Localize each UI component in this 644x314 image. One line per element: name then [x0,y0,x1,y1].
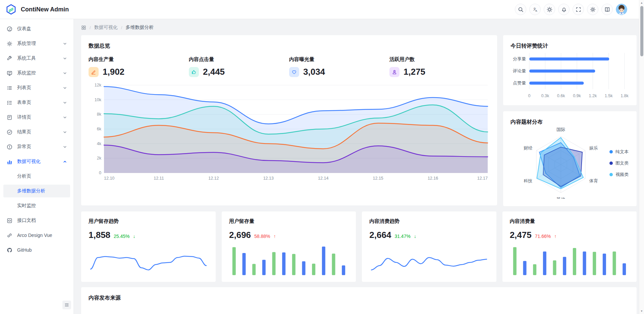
overview-stat: 活跃用户数1,275 [389,56,490,77]
sidebar-collapse-button[interactable] [62,301,71,309]
svg-text:1.5k: 1.5k [605,93,613,98]
kpi-value: 2,664 [369,230,391,240]
stat-label: 内容曝光量 [289,56,389,63]
svg-text:分享量: 分享量 [513,56,526,61]
breadcrumb-separator: / [121,25,122,30]
sidebar-menu: 仪表盘系统管理系统工具系统监控列表页表单页详情页结果页异常页数据可视化分析页多维… [0,19,73,256]
legend-dot-icon [609,173,613,176]
notifications-button[interactable] [558,4,570,15]
sidebar-item-label: Arco Design Vue [17,233,52,238]
stat-label: 活跃用户数 [389,56,490,63]
legend-dot-icon [609,150,613,153]
kpi-title: 内容消费量 [510,218,629,225]
sidebar-item-2[interactable]: 系统工具 [3,52,70,65]
stat-value: 2,445 [203,67,225,77]
content-source-card: 内容发布来源 [81,287,637,314]
window-scrollbar[interactable]: ▲ ▼ [639,0,644,314]
sidebar-item-10[interactable]: 接口文档 [3,214,70,227]
breadcrumb-page[interactable]: 多维数据分析 [125,24,154,30]
user-avatar[interactable] [616,4,627,15]
scrollbar-up-arrow[interactable]: ▲ [639,1,644,4]
kpi-value: 1,858 [89,230,110,240]
share-bar-chart: 00.3k0.6k0.9k1.2k1.5k1.8k分享量评论量点赞量 [511,52,629,98]
svg-text:12.14: 12.14 [318,176,328,181]
sidebar-item-12[interactable]: GitHub [3,244,70,256]
kpi-card-2: 内容消费趋势2,66431.47%↓ [362,211,496,282]
legend-label: 图文类 [615,160,629,166]
data-overview-card: 数据总览 内容生产量1,902内容点击量2,445内容曝光量3,034活跃用户数… [81,35,497,205]
overview-stat: 内容生产量1,902 [89,56,189,77]
sidebar-subitem-9-1[interactable]: 多维数据分析 [3,185,70,197]
chevron-down-icon [63,130,67,134]
link-icon [7,233,12,238]
svg-text:12k: 12k [95,83,102,87]
kpi-title: 内容消费趋势 [369,218,489,225]
svg-text:0.9k: 0.9k [573,93,581,98]
overview-area-chart: 02k4k6k8k10k12k12.1012.1112.1212.1312.14… [89,82,490,182]
chevron-up-icon [63,160,67,164]
sidebar-item-7[interactable]: 结果页 [3,126,70,138]
scrollbar-down-arrow[interactable]: ▼ [639,310,644,313]
sidebar-item-6[interactable]: 详情页 [3,111,70,124]
theme-sun-icon [547,7,552,12]
gear-icon [7,41,12,47]
api-code-icon [7,218,12,224]
svg-text:财经: 财经 [524,145,532,150]
sidebar-item-1[interactable]: 系统管理 [3,37,70,50]
wrench-icon [7,56,12,61]
docs-button[interactable] [601,4,613,15]
check-circle-icon [7,129,12,135]
fullscreen-button[interactable] [573,4,584,15]
brand[interactable]: ContiNew Admin [5,4,69,15]
kpi-title: 用户留存量 [229,218,348,225]
sidebar-item-4[interactable]: 列表页 [3,81,70,94]
sidebar-subitem-9-2[interactable]: 实时监控 [3,199,70,212]
sidebar-item-8[interactable]: 异常页 [3,140,70,153]
bar-chart-icon [7,159,12,165]
stat-value: 3,034 [303,67,325,77]
legend-item[interactable]: 纯文本 [609,149,629,155]
heart-icon [289,67,299,77]
source-card-title: 内容发布来源 [89,295,629,302]
sidebar-subitem-9-0[interactable]: 分析页 [3,170,70,183]
theme-button[interactable] [544,4,555,15]
chevron-down-icon [63,57,67,60]
sidebar-subitem-label: 实时监控 [17,203,36,209]
apps-grid-icon[interactable] [81,25,86,30]
kpi-delta: 58.88% [254,234,270,239]
breadcrumb: / 数据可视化 / 多维数据分析 [81,24,637,30]
github-icon [7,247,12,253]
translate-button[interactable]: 文A [529,4,541,15]
legend-item[interactable]: 图文类 [609,160,629,166]
sidebar-item-9[interactable]: 数据可视化 [3,155,70,168]
sidebar-item-label: 仪表盘 [17,26,31,32]
kpi-delta: 71.66% [535,234,551,239]
kpi-card-3: 内容消费量2,47571.66%↑ [502,211,637,282]
form-icon [7,100,12,106]
sidebar-subitem-label: 多维数据分析 [17,188,45,194]
search-icon [518,7,524,12]
sidebar-item-label: 系统工具 [17,55,36,61]
svg-text:12.12: 12.12 [208,176,219,181]
topic-distribution-card: 内容题材分布 国际娱乐体育其他科技财经 纯文本图文类视频类 [503,111,637,206]
svg-text:科技: 科技 [524,178,532,183]
sidebar-item-0[interactable]: 仪表盘 [3,22,70,35]
app-title: ContiNew Admin [21,6,69,13]
sidebar-item-3[interactable]: 系统监控 [3,67,70,79]
kpi-mini-chart [369,244,489,275]
kpi-value: 2,696 [229,230,251,240]
radar-legend: 纯文本图文类视频类 [609,149,629,178]
scrollbar-thumb[interactable] [640,6,643,56]
search-button[interactable] [515,4,526,15]
notification-bell-icon [561,7,567,12]
svg-text:12.11: 12.11 [154,176,164,181]
settings-button[interactable] [587,4,598,15]
overview-stat: 内容点击量2,445 [189,56,289,77]
legend-item[interactable]: 视频类 [609,172,629,178]
settings-gear-icon [590,7,596,12]
sidebar-item-label: 系统监控 [17,70,36,76]
sidebar-item-11[interactable]: Arco Design Vue [3,229,70,242]
sidebar-item-5[interactable]: 表单页 [3,96,70,109]
breadcrumb-section[interactable]: 数据可视化 [94,24,118,30]
legend-dot-icon [609,162,613,165]
